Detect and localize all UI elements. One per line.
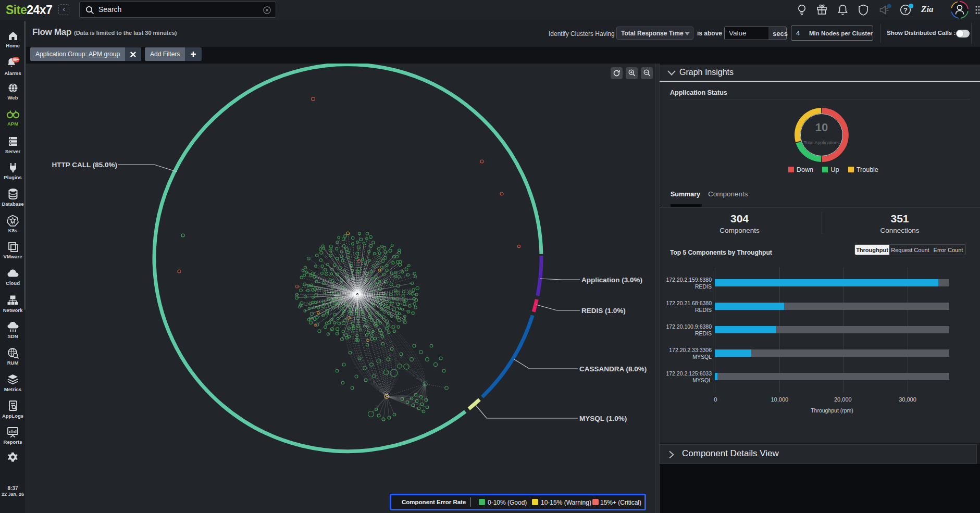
svg-text:REDIS (1.0%): REDIS (1.0%) <box>581 307 626 315</box>
svg-text:HTTP CALL (85.0%): HTTP CALL (85.0%) <box>52 161 117 169</box>
svg-text:MYSQL (1.0%): MYSQL (1.0%) <box>579 415 627 422</box>
svg-text:?: ? <box>903 6 908 14</box>
svg-text:Application (3.0%): Application (3.0%) <box>581 276 642 284</box>
svg-text:CASSANDRA (8.0%): CASSANDRA (8.0%) <box>579 365 647 373</box>
svg-text:99+: 99+ <box>13 58 18 61</box>
